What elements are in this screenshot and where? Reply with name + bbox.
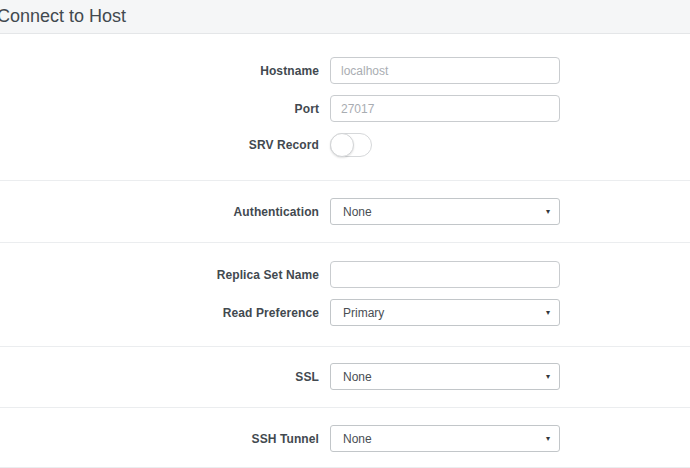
authentication-selected-value: None (343, 205, 372, 219)
ssh-tunnel-selected-value: None (343, 432, 372, 446)
ssh-tunnel-row: SSH Tunnel None ▾ (0, 425, 690, 452)
ssh-tunnel-label: SSH Tunnel (0, 432, 319, 446)
ssh-tunnel-select[interactable]: None ▾ (330, 425, 560, 452)
srv-record-row: SRV Record (0, 133, 690, 157)
authentication-label: Authentication (0, 205, 319, 219)
chevron-down-icon: ▾ (546, 373, 550, 381)
toggle-knob-icon (330, 133, 354, 157)
replica-section: Replica Set Name Read Preference Primary… (0, 243, 690, 347)
chevron-down-icon: ▾ (546, 435, 550, 443)
chevron-down-icon: ▾ (546, 208, 550, 216)
hostname-row: Hostname (0, 57, 690, 84)
ssl-selected-value: None (343, 370, 372, 384)
hostname-label: Hostname (0, 64, 319, 78)
ssh-tunnel-section: SSH Tunnel None ▾ (0, 408, 690, 468)
authentication-section: Authentication None ▾ (0, 181, 690, 243)
replica-set-name-label: Replica Set Name (0, 268, 319, 282)
replica-set-name-row: Replica Set Name (0, 261, 690, 288)
port-input[interactable] (330, 95, 560, 122)
replica-set-name-input[interactable] (330, 261, 560, 288)
hostname-input[interactable] (330, 57, 560, 84)
port-label: Port (0, 102, 319, 116)
ssl-select[interactable]: None ▾ (330, 363, 560, 390)
authentication-select[interactable]: None ▾ (330, 198, 560, 225)
read-preference-label: Read Preference (0, 306, 319, 320)
port-row: Port (0, 95, 690, 122)
srv-record-toggle[interactable] (330, 133, 372, 157)
ssl-row: SSL None ▾ (0, 363, 690, 390)
ssl-label: SSL (0, 370, 319, 384)
host-section: Hostname Port SRV Record (0, 34, 690, 181)
page-header: Connect to Host (0, 0, 690, 34)
chevron-down-icon: ▾ (546, 309, 550, 317)
srv-record-label: SRV Record (0, 138, 319, 152)
page-title: Connect to Host (0, 6, 126, 27)
read-preference-selected-value: Primary (343, 306, 384, 320)
connect-to-host-page: Connect to Host Hostname Port SRV Record (0, 0, 690, 468)
ssl-section: SSL None ▾ (0, 347, 690, 408)
read-preference-row: Read Preference Primary ▾ (0, 299, 690, 326)
authentication-row: Authentication None ▾ (0, 198, 690, 225)
read-preference-select[interactable]: Primary ▾ (330, 299, 560, 326)
